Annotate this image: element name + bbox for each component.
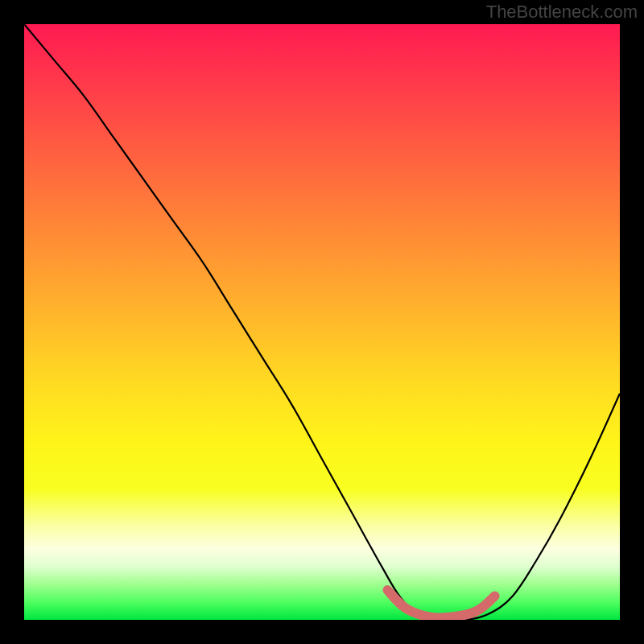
- bottleneck-curve: [24, 24, 620, 620]
- chart-plot-area: [24, 24, 620, 620]
- optimal-range-highlight: [387, 590, 494, 618]
- watermark-text: TheBottleneck.com: [486, 2, 638, 23]
- chart-svg: [24, 24, 620, 620]
